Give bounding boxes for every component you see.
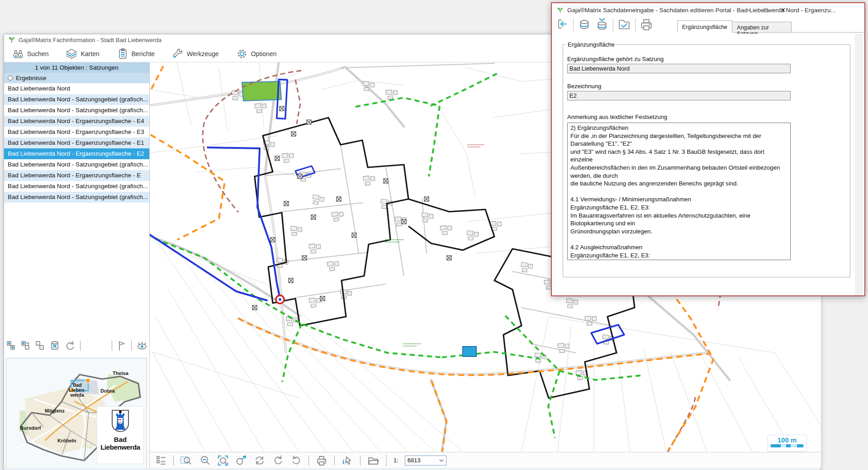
flag-icon[interactable] — [117, 340, 127, 351]
satzung-field-label: Ergänzungsfläche gehört zu Satzung — [567, 56, 664, 62]
separator — [360, 456, 360, 465]
tools-button[interactable]: Werkzeuge — [169, 47, 222, 61]
list-item[interactable]: Bad Liebenwerda Nord - Ergaenzungsflaech… — [4, 116, 149, 127]
scalebar-label: 100 m — [768, 436, 806, 444]
wrench-icon — [172, 48, 184, 60]
zoom-selected-icon[interactable] — [235, 455, 247, 466]
tools-label: Werkzeuge — [187, 50, 219, 57]
refresh-icon[interactable] — [253, 455, 266, 466]
main-window-title: Gaja®Matrix Fachinformation - Stadt Bad … — [19, 37, 161, 43]
tabstrip-filler — [792, 32, 864, 33]
dialog-title: Gaja®Matrix Sachdateneingabe - Sachdaten… — [567, 7, 836, 14]
results-header: 1 von 11 Objekten : Satzungen — [4, 62, 149, 73]
overview-label: Dobra — [100, 388, 115, 394]
layers-icon — [66, 48, 77, 60]
undo-icon[interactable] — [272, 455, 284, 466]
ergebnisse-label: Ergebnisse — [16, 75, 47, 81]
zoom-window-icon[interactable] — [180, 455, 193, 466]
results-group-row[interactable]: Ergebnisse — [4, 73, 149, 83]
dialog-content: Ergänzungsfläche Ergänzungsfläche gehört… — [552, 34, 854, 295]
window-bottom-edge — [4, 468, 820, 470]
db-load-icon[interactable] — [595, 18, 609, 31]
list-item[interactable]: Bad Liebenwerda Nord - Satzungsgebiet (g… — [4, 159, 149, 170]
dialog-toolbar: Ergänzungsfläche Angaben zur Satzung — [552, 17, 864, 34]
separator — [173, 456, 174, 465]
tab-angaben-zur-satzung[interactable]: Angaben zur Satzung — [732, 22, 792, 33]
city-name-line2: Liebenwerda — [97, 443, 143, 451]
tab-ergaenzungsflaeche[interactable]: Ergänzungsfläche — [677, 20, 732, 33]
scale-combobox[interactable]: 6813 — [405, 456, 446, 465]
separator — [573, 19, 574, 31]
reports-label: Berichte — [132, 50, 155, 57]
list-item[interactable]: Bad Liebenwerda Nord - Satzungsgebiet (g… — [4, 105, 149, 116]
group-title: Ergänzungsfläche — [566, 41, 617, 48]
search-label: Suchen — [27, 50, 48, 57]
undo-icon[interactable] — [65, 340, 76, 351]
zoom-extent-icon[interactable] — [217, 455, 229, 466]
results-panel: 1 von 11 Objekten : Satzungen Ergebnisse… — [4, 62, 150, 470]
city-emblem-box: ♥♥ ♥ Bad Liebenwerda — [97, 406, 144, 464]
redo-icon[interactable] — [290, 455, 302, 466]
map-scalebar: 100 m — [767, 435, 807, 452]
maps-button[interactable]: Karten — [63, 47, 102, 61]
separator — [635, 19, 636, 31]
search-button[interactable]: Suchen — [9, 47, 51, 61]
separator — [386, 455, 387, 466]
close-button[interactable]: ✕ — [776, 5, 790, 15]
select-subtract-icon[interactable] — [35, 341, 45, 351]
separator — [131, 341, 132, 351]
exit-icon[interactable] — [556, 18, 569, 30]
separator — [613, 19, 613, 31]
legend-icon[interactable] — [155, 455, 167, 466]
dialog-scroll-strip[interactable] — [855, 34, 863, 295]
list-item[interactable]: Bad Liebenwerda Nord - Satzungsgebiet (g… — [4, 94, 149, 105]
list-item[interactable]: Bad Liebenwerda Nord - Satzungsgebiet (g… — [4, 181, 149, 192]
gaja-plant-icon — [9, 37, 15, 43]
list-item[interactable]: Bad Liebenwerda Nord - Ergaenzungsflaech… — [4, 138, 149, 148]
minimize-button[interactable]: − — [742, 5, 755, 15]
report-icon — [117, 48, 128, 60]
extent-handle[interactable] — [86, 379, 90, 383]
scale-value: 6813 — [408, 457, 421, 464]
results-list: Bad Liebenwerda Nord Bad Liebenwerda Nor… — [4, 83, 149, 203]
selection-toolbar — [6, 337, 148, 354]
select-add-icon[interactable] — [20, 341, 30, 351]
list-item[interactable]: Bad Liebenwerda Nord - Ergaenzungsflaech… — [4, 127, 149, 138]
folder-icon[interactable] — [367, 455, 379, 466]
reports-button[interactable]: Berichte — [114, 47, 157, 61]
options-button[interactable]: Optionen — [233, 47, 280, 61]
dialog-titlebar[interactable]: Gaja®Matrix Sachdateneingabe - Sachdaten… — [552, 3, 864, 17]
validate-icon[interactable] — [617, 18, 631, 31]
overview-label-bad-liebenwerda: Bad Lieben- werda — [69, 383, 85, 398]
separator — [112, 341, 112, 351]
maximize-button[interactable]: □ — [759, 5, 773, 15]
chevron-down-icon — [439, 459, 444, 462]
overview-label: Theisa — [113, 370, 128, 376]
svg-text:i: i — [342, 458, 344, 465]
list-item[interactable]: Bad Liebenwerda Nord — [4, 83, 149, 94]
clear-selection-icon[interactable] — [49, 340, 60, 351]
zoom-out-icon[interactable] — [199, 455, 211, 466]
identify-icon[interactable]: i — [341, 455, 354, 466]
list-item-selected[interactable]: Bad Liebenwerda Nord - Ergaenzungsflaech… — [4, 148, 149, 159]
db-store-icon[interactable] — [578, 18, 591, 31]
anmerkung-textarea[interactable]: 2) Ergänzungsflächen Für die ,in der Pla… — [567, 123, 791, 260]
scalebar-graphic — [771, 444, 803, 447]
visibility-icon[interactable] — [136, 340, 148, 351]
overview-label: Burxdorf — [20, 425, 41, 431]
separator — [334, 456, 335, 465]
select-new-icon[interactable] — [6, 341, 16, 351]
print-icon[interactable] — [640, 18, 653, 31]
satzung-field[interactable]: Bad Liebenwerda Nord — [567, 64, 791, 73]
maps-label: Karten — [81, 50, 99, 57]
separator — [308, 456, 309, 465]
print-icon[interactable] — [315, 455, 328, 466]
bezeichnung-field[interactable]: E2 — [567, 91, 791, 100]
ergebnisse-radio[interactable] — [8, 76, 13, 81]
scale-prefix-label: 1: — [394, 457, 398, 464]
list-item[interactable]: Bad Liebenwerda Nord - Satzungsgebiet (g… — [4, 192, 149, 203]
svg-text:♥: ♥ — [119, 421, 121, 424]
dialog-tabs: Ergänzungsfläche Angaben zur Satzung — [677, 20, 864, 33]
list-item[interactable]: Bad Liebenwerda Nord - Ergaenzungsflaech… — [4, 170, 149, 181]
overview-map[interactable]: Theisa Dobra Möglenz Burxdorf Kröbeln Ba… — [6, 358, 147, 469]
